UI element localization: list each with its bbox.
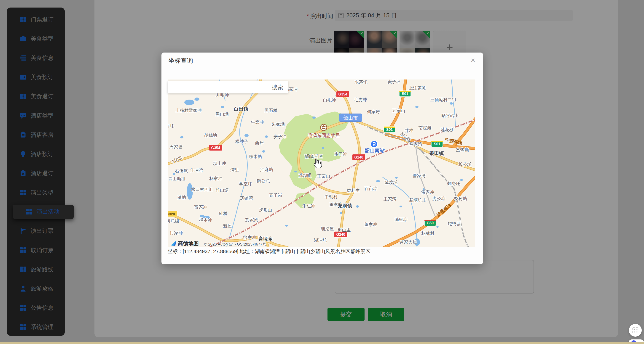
map-label-细挖屋: 细挖屋: [321, 226, 334, 231]
pond: [285, 225, 288, 227]
map-label-蜜蜂塘: 蜜蜂塘: [456, 147, 469, 152]
map-label-坳里塘: 坳里塘: [394, 217, 408, 222]
pond: [294, 171, 297, 172]
page: 门票退订美食类型美食信息美食预订美食退订酒店类型酒店客房酒店预订酒店退订演出类型…: [0, 0, 644, 344]
amap-logo-text: 高德地图: [178, 241, 199, 246]
map-label-晒谷岭上: 晒谷岭上: [442, 113, 459, 118]
road-shield-S01: S01: [384, 127, 395, 133]
map-label-白田镇: 白田镇: [234, 106, 248, 112]
map-label-五家山: 五家山: [392, 108, 405, 113]
map-label-虎形山: 虎形山: [259, 208, 272, 212]
map-label-青山塘组: 青山塘组: [168, 176, 186, 181]
map-label-寨子岗: 寨子岗: [269, 193, 282, 197]
pond: [436, 226, 439, 228]
museum-icon: [320, 124, 327, 131]
close-icon[interactable]: ×: [471, 56, 475, 64]
coordinate-result: 坐标：[112.484937, 27.888569],地址：湖南省湘潭市韶山市韶…: [168, 248, 370, 255]
map-label-洗坝咀: 洗坝咀: [299, 173, 312, 178]
map-label-清塘: 清塘: [178, 195, 186, 200]
svg-text:S01: S01: [386, 128, 393, 132]
pond: [415, 106, 418, 108]
pond: [450, 102, 453, 105]
map-label-药铺湾: 药铺湾: [240, 196, 253, 200]
map-label-杨林村: 杨林村: [421, 231, 434, 236]
map-label-樟木冲: 樟木冲: [199, 217, 212, 222]
map-label-胡鸭塘: 胡鸭塘: [204, 133, 217, 138]
map-label-肖家冲: 肖家冲: [170, 230, 183, 235]
map-label-彭家湾: 彭家湾: [246, 217, 258, 222]
map-label-牛栏冲: 牛栏冲: [302, 203, 315, 208]
map-label-曹家湾: 曹家湾: [413, 173, 426, 178]
map-label-上扶村雷家冲: 上扶村雷家冲: [176, 108, 202, 113]
map-label-墓坟圫: 墓坟圫: [385, 180, 398, 185]
pond: [180, 136, 184, 138]
map-label-轧桥: 轧桥: [219, 211, 228, 216]
map-label-杨家冲: 杨家冲: [209, 176, 222, 181]
svg-text:S328: S328: [168, 212, 175, 216]
search-input[interactable]: [171, 83, 267, 92]
map-label-百亩塘: 百亩塘: [364, 186, 378, 191]
map-label-仕冲湾: 仕冲湾: [190, 168, 203, 173]
map-label-模冲子: 模冲子: [235, 139, 248, 144]
search-button[interactable]: 搜索: [267, 84, 288, 91]
map-label-龙洞镇: 龙洞镇: [338, 203, 352, 208]
pond: [244, 134, 248, 137]
map-label-韶峰景区: 韶峰景区: [304, 154, 323, 159]
pond: [184, 100, 194, 105]
svg-text:S01: S01: [434, 142, 440, 146]
road-shield-S01: S01: [431, 141, 443, 147]
map-label-水口冲: 水口冲: [334, 152, 348, 156]
map-label-油麻塘: 油麻塘: [260, 167, 273, 172]
map-label-韶山南站: 韶山南站: [364, 148, 385, 153]
road-shield-G354: G354: [209, 145, 222, 151]
map-label-安子冲: 安子冲: [274, 134, 286, 139]
map-label-树圫组: 树圫组: [168, 219, 179, 223]
map-label-曾家大屋: 曾家大屋: [400, 240, 417, 244]
app-grid-icon: [632, 328, 638, 333]
svg-text:韶山市: 韶山市: [344, 115, 358, 120]
svg-text:G240: G240: [354, 155, 363, 159]
map-label-三仙坳村二组: 三仙坳村二组: [430, 97, 456, 102]
svg-text:G60: G60: [427, 221, 434, 225]
train-station-icon: [371, 141, 378, 148]
map-label-黑石桥: 黑石桥: [264, 108, 278, 113]
svg-text:G354: G354: [211, 146, 220, 150]
map-label-长公圫: 长公圫: [458, 162, 472, 167]
map-label-白毛冲: 白毛冲: [323, 98, 336, 102]
pond: [395, 177, 398, 179]
pond: [312, 117, 316, 119]
pond: [322, 147, 324, 149]
city-badge-韶山市: 韶山市: [339, 114, 362, 122]
road-shield-G354: G354: [336, 91, 350, 97]
road-shield-G240: G240: [352, 154, 366, 160]
pond: [173, 173, 176, 175]
map-label-富家冲: 富家冲: [194, 205, 208, 209]
map-label-朱家坳: 朱家坳: [272, 122, 285, 127]
svg-text:G240: G240: [336, 232, 345, 236]
coordinate-query-modal: 坐标查询 ×: [162, 52, 483, 264]
map-label-董家冲: 董家冲: [364, 222, 377, 227]
map-label-水口村四组: 水口村四组: [191, 187, 213, 192]
app-grid-button[interactable]: [629, 324, 642, 337]
map-label-王栗山: 王栗山: [317, 174, 330, 179]
pond: [376, 180, 380, 182]
modal-title: 坐标查询: [168, 57, 193, 65]
map-label-翻身圫: 翻身圫: [447, 181, 460, 186]
map-canvas[interactable]: G354G354G240G240S01S01S01G60S328 韶山市 东茅圫…: [168, 79, 475, 247]
map-label-中朝村: 中朝村: [325, 194, 338, 199]
map-attribution: © 2025 AutoNavi - GS(2023)4677号: [204, 242, 266, 246]
road-shield-S01: S01: [399, 91, 411, 97]
road-shield-G60: G60: [424, 220, 436, 226]
map-label-坝上冲: 坝上冲: [213, 161, 226, 166]
map-label-益利生: 益利生: [347, 188, 360, 193]
map-label-株木塘: 株木塘: [249, 154, 262, 159]
map-city-badge: 韶山市: [339, 114, 362, 122]
map-label-马家湾: 马家湾: [409, 142, 422, 147]
map-label-竹山塘: 竹山塘: [216, 188, 229, 192]
map-label-毛泽东同志故居: 毛泽东同志故居: [308, 133, 340, 138]
map-label-毛虎冲: 毛虎冲: [354, 97, 367, 102]
pond: [262, 150, 265, 153]
map-label-银田镇: 银田镇: [429, 151, 444, 156]
map-label-鹅公圫: 鹅公圫: [257, 179, 270, 183]
map-label-蛇鸭塘: 蛇鸭塘: [448, 221, 461, 226]
